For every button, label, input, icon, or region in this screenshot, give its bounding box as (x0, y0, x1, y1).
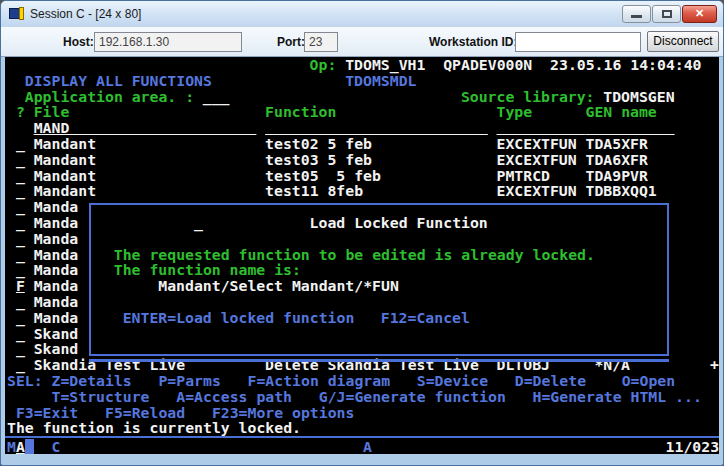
minimize-button[interactable] (622, 5, 651, 23)
dialog-f12-hint: F12=Cancel (381, 310, 470, 326)
dialog-function-name: Mandant/Select Mandant/*FUN (158, 278, 399, 294)
host-input[interactable] (94, 32, 242, 52)
port-input[interactable] (304, 32, 338, 52)
oia-status-row: MA CA11/023 (5, 439, 719, 454)
dialog-message-line2: The function name is: (114, 262, 301, 278)
disconnect-button[interactable]: Disconnect (647, 31, 719, 52)
host-label: Host: (63, 35, 94, 49)
oia-text: A (16, 439, 25, 454)
close-button[interactable]: ✕ (682, 5, 717, 23)
terminal-screen[interactable]: Op:TDOMS_VH1 QPADEV000N 23.05.16 14:04:4… (5, 57, 719, 454)
workstation-id-input[interactable] (515, 32, 641, 52)
connection-toolbar: Host: Port: Workstation ID: Disconnect (1, 27, 723, 57)
oia-text: A (363, 439, 372, 454)
dialog-enter-hint: ENTER=Load locked function (123, 310, 355, 326)
cursor-row-col-indicator: 11/023 (666, 439, 719, 454)
minimize-icon (631, 15, 642, 18)
cursor-position-block (25, 439, 34, 454)
close-icon: ✕ (683, 7, 716, 20)
title-bar[interactable]: Session C - [24 x 80] ✕ (1, 1, 723, 27)
text-cursor: _ (194, 215, 203, 231)
oia-text: M (7, 439, 16, 454)
maximize-button[interactable] (652, 5, 681, 23)
maximize-icon (662, 10, 672, 18)
dialog-title: Load Locked Function (310, 215, 488, 231)
workstation-id-label: Workstation ID: (429, 35, 517, 49)
window-title: Session C - [24 x 80] (30, 7, 622, 21)
dialog-text-layer: _Load Locked FunctionThe requested funct… (5, 57, 719, 454)
session-window: Session C - [24 x 80] ✕ Host: Port: Work… (0, 0, 724, 466)
port-label: Port: (277, 35, 305, 49)
oia-separator (5, 436, 719, 438)
session-app-icon (9, 7, 25, 22)
oia-text: C (52, 439, 61, 454)
dialog-message-line1: The requested function to be edited is a… (114, 247, 595, 263)
